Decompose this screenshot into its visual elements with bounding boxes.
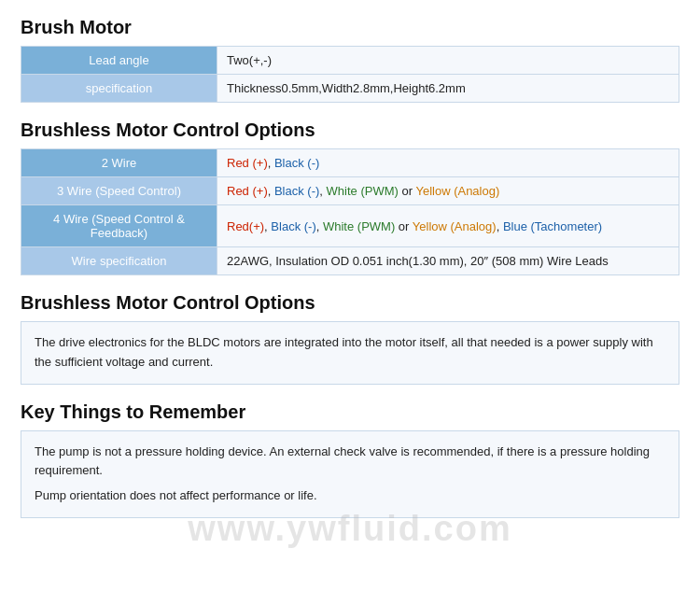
white-text: White (PWM): [327, 184, 399, 198]
table-value-2wire: Red (+), Black (-): [217, 149, 679, 177]
black-text: Black (-): [271, 219, 315, 233]
table-label: 3 Wire (Speed Control): [21, 177, 217, 205]
table-value-wirespec: 22AWG, Insulation OD 0.051 inch(1.30 mm)…: [217, 247, 679, 275]
table-label: Wire specification: [21, 247, 217, 275]
yellow-text: Yellow (Analog): [413, 219, 497, 233]
yellow-text: Yellow (Analog): [415, 184, 499, 198]
brush-motor-table: Lead angle Two(+,-) specification Thickn…: [21, 46, 679, 103]
table-label: 2 Wire: [21, 149, 217, 177]
key-things-section: Key Things to Remember The pump is not a…: [21, 401, 679, 518]
key-things-line1: The pump is not a pressure holding devic…: [35, 443, 665, 482]
table-row: 4 Wire (Speed Control & Feedback) Red(+)…: [21, 205, 679, 247]
brushless-control-table: 2 Wire Red (+), Black (-) 3 Wire (Speed …: [21, 148, 679, 275]
table-row: Wire specification 22AWG, Insulation OD …: [21, 247, 679, 275]
red-text: Red(+): [227, 219, 264, 233]
table-label: specification: [21, 75, 217, 103]
white-text: White (PWM): [323, 219, 395, 233]
key-things-box: The pump is not a pressure holding devic…: [21, 430, 679, 518]
wirespec-value: 22AWG, Insulation OD 0.051 inch(1.30 mm)…: [227, 254, 609, 268]
brush-motor-title: Brush Motor: [21, 17, 679, 38]
red-text: Red (+): [227, 156, 268, 170]
black-text: Black (-): [274, 184, 319, 198]
black-text: Black (-): [274, 156, 319, 170]
table-label: 4 Wire (Speed Control & Feedback): [21, 205, 217, 247]
brushless-control-section: Brushless Motor Control Options 2 Wire R…: [21, 120, 679, 275]
brushless-description-section: Brushless Motor Control Options The driv…: [21, 292, 679, 385]
table-row: Lead angle Two(+,-): [21, 47, 679, 75]
table-label: Lead angle: [21, 47, 217, 75]
table-value-4wire: Red(+), Black (-), White (PWM) or Yellow…: [217, 205, 679, 247]
table-row: 3 Wire (Speed Control) Red (+), Black (-…: [21, 177, 679, 205]
blue-text: Blue (Tachometer): [503, 219, 602, 233]
table-row: specification Thickness0.5mm,Width2.8mm,…: [21, 75, 679, 103]
brushless-description-title: Brushless Motor Control Options: [21, 292, 679, 314]
key-things-line2: Pump orientation does not affect perform…: [35, 486, 665, 506]
table-value: Thickness0.5mm,Width2.8mm,Height6.2mm: [217, 75, 679, 103]
red-text: Red (+): [227, 184, 268, 198]
brushless-description-text: The drive electronics for the BLDC motor…: [35, 335, 653, 369]
brushless-description-box: The drive electronics for the BLDC motor…: [21, 321, 679, 385]
table-value-3wire: Red (+), Black (-), White (PWM) or Yello…: [217, 177, 679, 205]
table-value: Two(+,-): [217, 47, 679, 75]
brushless-control-title: Brushless Motor Control Options: [21, 120, 679, 141]
table-row: 2 Wire Red (+), Black (-): [21, 149, 679, 177]
lead-angle-value: Two(+,-): [227, 53, 272, 67]
brush-motor-section: Brush Motor Lead angle Two(+,-) specific…: [21, 17, 679, 103]
key-things-title: Key Things to Remember: [21, 401, 679, 423]
